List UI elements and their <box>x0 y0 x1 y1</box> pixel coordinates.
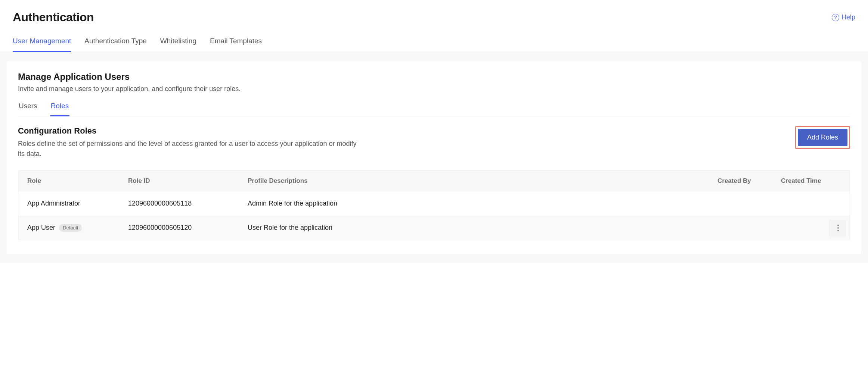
col-header-desc: Profile Descriptions <box>248 177 717 185</box>
cell-role-id: 12096000000605118 <box>128 200 248 207</box>
col-header-role-id: Role ID <box>128 177 248 185</box>
tab-email-templates[interactable]: Email Templates <box>210 37 262 52</box>
cell-desc: User Role for the application <box>248 224 717 232</box>
help-icon: ? <box>832 14 839 21</box>
subtab-roles[interactable]: Roles <box>50 100 70 116</box>
table-row[interactable]: App User Default 12096000000605120 User … <box>18 216 850 240</box>
section-title: Manage Application Users <box>18 72 850 82</box>
table-header: Role Role ID Profile Descriptions Create… <box>18 170 850 191</box>
cell-role: App Administrator <box>27 200 80 207</box>
help-label: Help <box>841 13 855 21</box>
col-header-role: Role <box>27 177 128 185</box>
col-header-created-by: Created By <box>717 177 781 185</box>
tab-user-management[interactable]: User Management <box>13 37 71 52</box>
page-title: Authentication <box>13 10 94 24</box>
subtab-users[interactable]: Users <box>18 100 38 116</box>
add-roles-highlight: Add Roles <box>795 126 850 149</box>
col-header-created-time: Created Time <box>781 177 841 185</box>
sub-tabs: Users Roles <box>18 100 850 116</box>
default-badge: Default <box>59 224 82 232</box>
cell-role-id: 12096000000605120 <box>128 224 248 232</box>
cell-role: App User <box>27 224 55 232</box>
more-vertical-icon <box>837 225 839 231</box>
content-card: Manage Application Users Invite and mana… <box>7 61 861 254</box>
tab-authentication-type[interactable]: Authentication Type <box>84 37 147 52</box>
config-desc: Roles define the set of permissions and … <box>18 139 362 159</box>
config-title: Configuration Roles <box>18 126 362 136</box>
add-roles-button[interactable]: Add Roles <box>798 129 847 146</box>
top-tabs: User Management Authentication Type Whit… <box>0 24 868 52</box>
cell-desc: Admin Role for the application <box>248 200 717 207</box>
roles-table: Role Role ID Profile Descriptions Create… <box>18 170 850 240</box>
table-row[interactable]: App Administrator 12096000000605118 Admi… <box>18 191 850 216</box>
row-actions-button[interactable] <box>830 220 846 236</box>
tab-whitelisting[interactable]: Whitelisting <box>160 37 196 52</box>
section-subtitle: Invite and manage users to your applicat… <box>18 85 850 93</box>
help-link[interactable]: ? Help <box>832 13 855 21</box>
